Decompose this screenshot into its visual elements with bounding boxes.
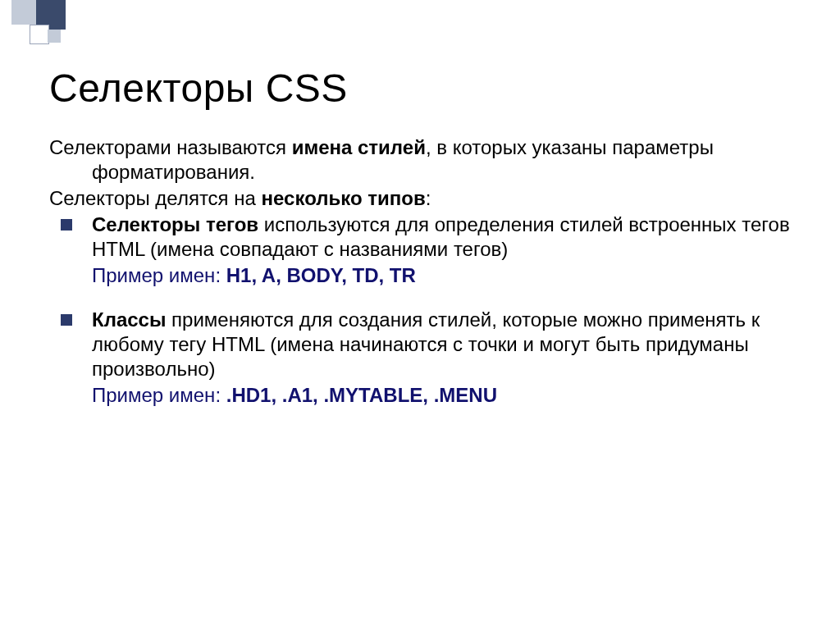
bullet2-example-label: Пример имен:: [92, 384, 226, 406]
bullet1-example: Пример имен: H1, A, BODY, TD, TR: [49, 263, 807, 288]
body-text: Селекторами называются имена стилей, в к…: [49, 135, 807, 408]
types-bold: несколько типов: [262, 187, 426, 209]
slide: Селекторы CSS Селекторами называются име…: [0, 0, 840, 630]
types-post: :: [426, 187, 431, 209]
intro-bold: имена стилей: [292, 136, 426, 158]
bullet-classes: Классы применяются для создания стилей, …: [49, 308, 807, 381]
intro-paragraph: Селекторами называются имена стилей, в к…: [49, 135, 807, 185]
corner-decoration: [0, 0, 123, 66]
bullet1-example-values: H1, A, BODY, TD, TR: [226, 264, 416, 286]
types-line: Селекторы делятся на несколько типов:: [49, 186, 807, 211]
bullet-tag-selectors: Селекторы тегов используются для определ…: [49, 212, 807, 262]
bullet2-rest: применяются для создания стилей, которые…: [92, 308, 760, 380]
bullet2-example-values: .HD1, .A1, .MYTABLE, .MENU: [226, 384, 497, 406]
bullet1-example-label: Пример имен:: [92, 264, 226, 286]
intro-pre: Селекторами называются: [49, 136, 292, 158]
bullet2-example: Пример имен: .HD1, .A1, .MYTABLE, .MENU: [49, 383, 807, 408]
slide-title: Селекторы CSS: [49, 66, 807, 111]
types-pre: Селекторы делятся на: [49, 187, 262, 209]
bullet2-bold: Классы: [92, 308, 166, 331]
slide-content: Селекторы CSS Селекторами называются име…: [49, 66, 807, 409]
bullet1-bold: Селекторы тегов: [92, 213, 258, 235]
